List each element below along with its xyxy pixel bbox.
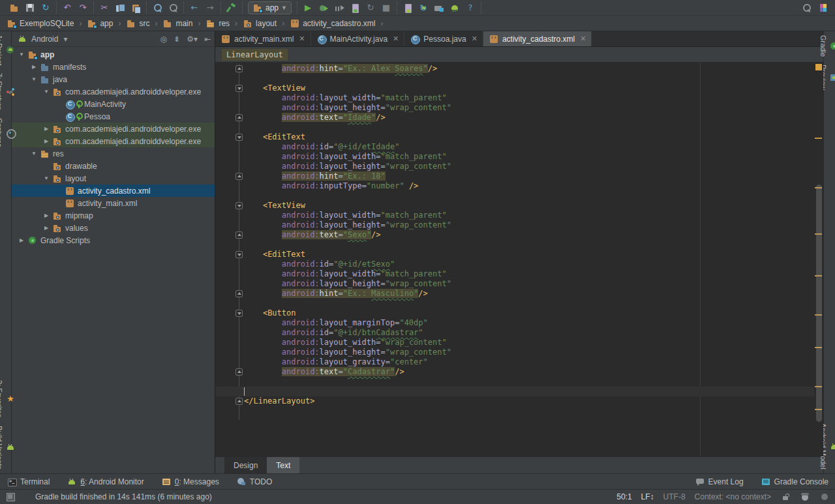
inspection-profile-icon[interactable]	[800, 492, 810, 502]
find-button[interactable]	[152, 3, 162, 13]
fold-marker-icon[interactable]	[235, 65, 243, 72]
back-button[interactable]: ←	[189, 3, 200, 13]
toolwindow-button-event-log[interactable]: Event Log	[695, 477, 744, 487]
fold-marker-icon[interactable]	[235, 85, 243, 92]
tree-row-activity-main-xml[interactable]: activity_main.xml	[12, 197, 215, 209]
close-icon[interactable]: ✕	[472, 35, 478, 43]
tree-row-drawable[interactable]: drawable	[12, 160, 215, 172]
code-editor[interactable]: android:hint="Ex.: Alex Soares"/> <TextV…	[215, 63, 823, 456]
undo-button[interactable]: ↶	[62, 3, 72, 13]
tree-chevron-icon[interactable]: ▼	[31, 151, 37, 156]
tree-chevron-icon[interactable]: ▶	[43, 138, 50, 144]
tree-row-mainactivity[interactable]: MainActivity	[12, 98, 215, 110]
sync-gradle-button[interactable]	[418, 3, 429, 13]
editor-mode-tab-design[interactable]: Design	[224, 457, 267, 473]
close-icon[interactable]: ✕	[580, 35, 586, 43]
toolwindow-button-terminal[interactable]: Terminal	[7, 477, 50, 487]
context-indicator[interactable]: Context: <no context>	[695, 492, 771, 501]
open-project-button[interactable]	[9, 3, 20, 13]
file-encoding[interactable]: UTF-8	[663, 492, 686, 501]
locate-icon[interactable]: ◎	[159, 35, 168, 44]
fold-marker-icon[interactable]	[235, 114, 243, 121]
breadcrumb-item[interactable]: main	[161, 18, 194, 29]
validation-status-icon[interactable]	[815, 64, 822, 70]
tree-chevron-icon[interactable]: ▼	[43, 89, 50, 95]
tree-chevron-icon[interactable]: ▶	[43, 213, 50, 218]
tree-row-com-academiajedi-androiddveloper-exe[interactable]: ▶com.academiajedi.androiddveloper.exe	[12, 123, 215, 135]
plugin-icon[interactable]	[818, 3, 828, 13]
breadcrumb-item[interactable]: app	[85, 18, 114, 29]
project-view-selector[interactable]: Android ▾	[17, 34, 155, 44]
fold-marker-icon[interactable]	[235, 251, 243, 258]
fold-marker-icon[interactable]	[235, 173, 243, 180]
editor-tab-activity-cadastro-xml[interactable]: activity_cadastro.xml✕	[483, 31, 592, 46]
tree-chevron-icon[interactable]: ▼	[43, 175, 50, 181]
tree-row-gradle-scripts[interactable]: ▶Gradle Scripts	[12, 234, 215, 246]
toolwindow-button-0-messages[interactable]: 0: Messages	[161, 477, 219, 487]
tree-row-manifests[interactable]: ▶manifests	[12, 61, 215, 73]
search-everywhere-icon[interactable]	[801, 3, 812, 13]
breadcrumb-item[interactable]: src	[125, 18, 151, 29]
breadcrumb-item[interactable]: activity_cadastro.xml	[288, 18, 376, 29]
avd-manager-button[interactable]	[402, 3, 413, 13]
device-monitor-button[interactable]	[449, 3, 460, 13]
tree-chevron-icon[interactable]: ▶	[31, 64, 37, 70]
help-button[interactable]: ?	[465, 3, 476, 13]
error-stripe[interactable]	[814, 63, 823, 456]
tree-row-java[interactable]: ▼java	[12, 73, 215, 85]
find-replace-button[interactable]	[168, 3, 178, 13]
fold-marker-icon[interactable]	[235, 134, 243, 141]
tree-row-activity-cadastro-xml[interactable]: activity_cadastro.xml	[12, 185, 215, 197]
toolwindow-button-todo[interactable]: TODO	[236, 477, 272, 487]
editor-tab-activity-main-xml[interactable]: activity_main.xml✕	[215, 31, 311, 46]
editor-mode-tab-text[interactable]: Text	[267, 457, 299, 473]
fold-marker-icon[interactable]	[235, 231, 243, 239]
tree-chevron-icon[interactable]: ▼	[18, 52, 25, 57]
fold-marker-icon[interactable]	[235, 290, 243, 297]
collapse-all-icon[interactable]: ⇟	[172, 35, 181, 44]
hide-panel-icon[interactable]: ⇤	[203, 35, 212, 44]
toolwindow-toggle-icon[interactable]	[5, 492, 16, 502]
forward-button[interactable]: →	[205, 3, 215, 13]
breadcrumb-item[interactable]: layout	[241, 18, 278, 29]
save-all-button[interactable]	[25, 3, 35, 13]
scrollbar-thumb[interactable]	[816, 185, 822, 422]
editor-tab-mainactivity-java[interactable]: MainActivity.java✕	[311, 31, 405, 46]
tree-row-mipmap[interactable]: ▶mipmap	[12, 209, 215, 222]
close-icon[interactable]: ✕	[393, 35, 399, 43]
readonly-lock-icon[interactable]	[780, 492, 791, 502]
sync-button[interactable]: ↻	[40, 3, 51, 13]
tree-row-res[interactable]: ▼res	[12, 147, 215, 160]
caret-position[interactable]: 50:1	[616, 492, 631, 501]
profile-button[interactable]	[334, 3, 344, 13]
toolwindow-button-gradle-console[interactable]: Gradle Console	[761, 477, 828, 487]
tree-chevron-icon[interactable]: ▶	[43, 225, 50, 231]
fold-marker-icon[interactable]	[235, 310, 243, 317]
run-configuration-select[interactable]: app▼	[248, 1, 292, 14]
attach-debugger-button[interactable]	[350, 3, 360, 13]
tree-row-com-academiajedi-androiddveloper-exe[interactable]: ▼com.academiajedi.androiddveloper.exe	[12, 85, 215, 98]
xml-breadcrumb-chip[interactable]: LinearLayout	[222, 49, 288, 61]
tool-button-gradle[interactable]: Gradle	[819, 31, 835, 61]
redo-button[interactable]: ↷	[78, 3, 88, 13]
tree-chevron-icon[interactable]: ▶	[43, 126, 50, 132]
warning-stripe-mark[interactable]	[815, 138, 822, 139]
tree-chevron-icon[interactable]: ▼	[31, 76, 37, 82]
gear-icon[interactable]: ⚙▾	[185, 35, 199, 44]
fold-marker-icon[interactable]	[235, 368, 243, 376]
tree-row-com-academiajedi-androiddveloper-exe[interactable]: ▶com.academiajedi.androiddveloper.exe	[12, 135, 215, 147]
build-button[interactable]	[226, 3, 237, 13]
copy-button[interactable]	[115, 3, 125, 13]
debug-button[interactable]	[318, 3, 329, 13]
rerun-button[interactable]: ↻	[365, 3, 376, 13]
cut-button[interactable]: ✂	[99, 3, 110, 13]
run-button[interactable]: ▶	[303, 3, 313, 13]
tree-row-layout[interactable]: ▼layout	[12, 172, 215, 185]
breadcrumb-item[interactable]: res	[204, 18, 231, 29]
fold-marker-icon[interactable]	[235, 202, 243, 209]
sdk-manager-button[interactable]	[434, 3, 444, 13]
tree-chevron-icon[interactable]: ▶	[18, 237, 25, 243]
editor-tab-pessoa-java[interactable]: Pessoa.java✕	[404, 31, 483, 46]
stop-button[interactable]: ■	[381, 3, 391, 13]
close-icon[interactable]: ✕	[299, 35, 305, 43]
